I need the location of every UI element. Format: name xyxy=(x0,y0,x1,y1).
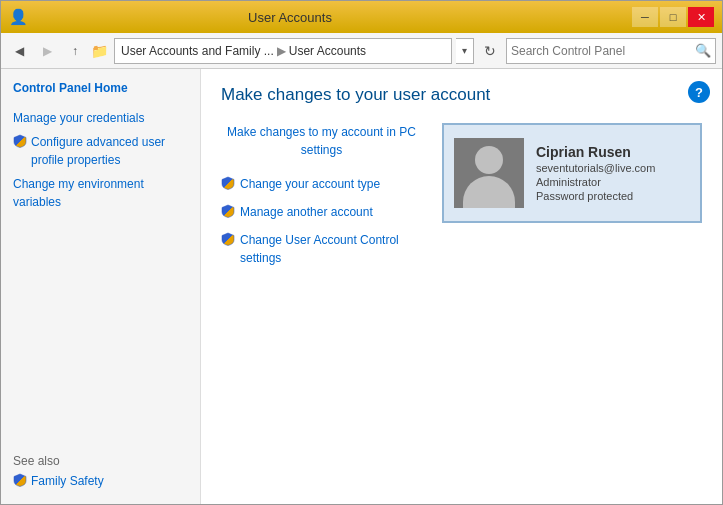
change-account-type-shield-icon xyxy=(221,176,235,190)
avatar-body xyxy=(463,176,515,208)
main-layout: Control Panel Home Manage your credentia… xyxy=(1,69,722,505)
back-button[interactable]: ◀ xyxy=(7,39,31,63)
user-status: Password protected xyxy=(536,190,655,202)
avatar-figure xyxy=(463,146,515,208)
breadcrumb-separator: ▶ xyxy=(277,44,286,58)
forward-button[interactable]: ▶ xyxy=(35,39,59,63)
uac-settings-link[interactable]: Change User Account Control settings xyxy=(240,231,399,267)
content-area: ? Make changes to your user account Make… xyxy=(201,69,722,505)
search-input[interactable] xyxy=(511,44,695,58)
breadcrumb-part1: User Accounts and Family ... xyxy=(121,44,274,58)
sidebar-environment-link[interactable]: Change my environment variables xyxy=(13,175,188,211)
see-also-section: See also Family Safety xyxy=(13,444,188,496)
change-account-type-link[interactable]: Change your account type xyxy=(240,175,380,193)
sidebar-advanced-profile[interactable]: Configure advanced user profile properti… xyxy=(13,133,188,169)
user-card: Ciprian Rusen seventutorials@live.com Ad… xyxy=(442,123,702,223)
window-title: User Accounts xyxy=(248,10,332,25)
minimize-button[interactable]: ─ xyxy=(632,7,658,27)
family-safety-link[interactable]: Family Safety xyxy=(31,472,104,490)
uac-settings-item[interactable]: Change User Account Control settings xyxy=(221,231,422,267)
family-safety-shield-icon xyxy=(13,473,27,487)
page-title: Make changes to your user account xyxy=(221,85,702,105)
breadcrumb-dropdown-button[interactable]: ▾ xyxy=(456,38,474,64)
see-also-label: See also xyxy=(13,454,188,468)
titlebar: 👤 User Accounts ─ □ ✕ xyxy=(1,1,722,33)
refresh-button[interactable]: ↻ xyxy=(478,39,502,63)
sidebar-manage-credentials[interactable]: Manage your credentials xyxy=(13,109,188,127)
search-box: 🔍 xyxy=(506,38,716,64)
titlebar-left: 👤 xyxy=(9,8,28,26)
user-role: Administrator xyxy=(536,176,655,188)
titlebar-controls: ─ □ ✕ xyxy=(632,7,714,27)
shield-icon xyxy=(13,134,27,148)
sidebar-control-panel-home[interactable]: Control Panel Home xyxy=(13,79,188,97)
maximize-button[interactable]: □ xyxy=(660,7,686,27)
avatar-head xyxy=(475,146,503,174)
search-button[interactable]: 🔍 xyxy=(695,43,711,58)
manage-another-shield-icon xyxy=(221,204,235,218)
user-name: Ciprian Rusen xyxy=(536,144,655,160)
up-button[interactable]: ↑ xyxy=(63,39,87,63)
addressbar: ◀ ▶ ↑ 📁 User Accounts and Family ... ▶ U… xyxy=(1,33,722,69)
sidebar-family-safety[interactable]: Family Safety xyxy=(13,472,188,490)
pc-settings-group: Make changes to my account in PC setting… xyxy=(221,123,422,159)
actions-panel: Make changes to my account in PC setting… xyxy=(221,123,422,277)
manage-another-item[interactable]: Manage another account xyxy=(221,203,422,221)
close-button[interactable]: ✕ xyxy=(688,7,714,27)
user-info: Ciprian Rusen seventutorials@live.com Ad… xyxy=(536,144,655,202)
manage-another-link[interactable]: Manage another account xyxy=(240,203,373,221)
sidebar: Control Panel Home Manage your credentia… xyxy=(1,69,201,505)
change-account-type-item[interactable]: Change your account type xyxy=(221,175,422,193)
help-button[interactable]: ? xyxy=(688,81,710,103)
avatar xyxy=(454,138,524,208)
breadcrumb[interactable]: User Accounts and Family ... ▶ User Acco… xyxy=(114,38,452,64)
window-icon: 👤 xyxy=(9,8,28,26)
user-email: seventutorials@live.com xyxy=(536,162,655,174)
sidebar-advanced-link[interactable]: Configure advanced user profile properti… xyxy=(31,133,188,169)
breadcrumb-part2: User Accounts xyxy=(289,44,366,58)
content-body: Make changes to my account in PC setting… xyxy=(221,123,702,277)
folder-icon: 📁 xyxy=(91,43,108,59)
pc-settings-link[interactable]: Make changes to my account in PC setting… xyxy=(221,123,422,159)
uac-shield-icon xyxy=(221,232,235,246)
